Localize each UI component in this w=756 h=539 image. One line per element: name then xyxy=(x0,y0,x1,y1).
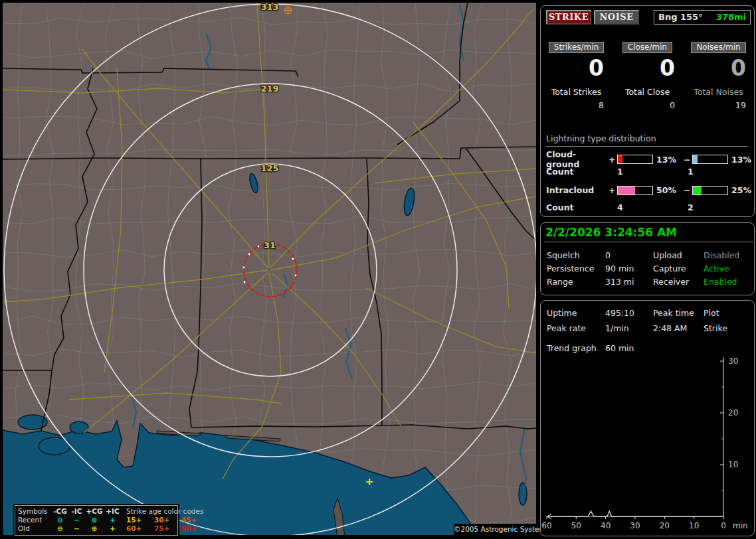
capture-status: Active xyxy=(704,264,748,273)
ic-negative-count: 2 xyxy=(688,202,749,212)
rate-labels-row: Strikes/min Close/min Noises/min xyxy=(541,42,754,53)
intracloud-label: Intracloud xyxy=(546,185,609,195)
strike-symbol-positive-cg[interactable]: ⊕ xyxy=(283,3,292,17)
legend-col-neg-cg: -CG xyxy=(51,507,69,516)
peak-rate-value: 1/min xyxy=(605,323,653,333)
legend-old-label: Old xyxy=(18,524,51,533)
total-strikes-value: 8 xyxy=(541,100,612,110)
ic-negative-bar xyxy=(692,186,728,195)
intracloud-row: Intracloud + 50% − 25% xyxy=(546,185,749,195)
bearing-distance: 378mi xyxy=(716,12,746,22)
bearing-readout: Bng 155° 378mi xyxy=(654,10,751,25)
copyright-text: ©2005 Astrogenic Systems xyxy=(454,524,537,536)
map-legend: Symbols -CG -IC +CG +IC Strike age color… xyxy=(15,505,178,536)
uptime-label: Uptime xyxy=(547,308,605,318)
svg-text:10: 10 xyxy=(728,460,738,469)
status-panel: 2/2/2026 3:24:56 AM Squelch 0 Upload Dis… xyxy=(540,222,755,295)
status-row: Persistence 90 min Capture Active xyxy=(547,264,748,273)
legend-col-neg-ic: -IC xyxy=(69,507,84,516)
uptime-value: 495:10 xyxy=(605,308,653,318)
cg-negative-count: 1 xyxy=(688,167,749,177)
legend-col-pos-ic: +IC xyxy=(104,507,121,516)
upload-label: Upload xyxy=(653,250,704,260)
svg-text:50: 50 xyxy=(571,521,581,530)
svg-text:10: 10 xyxy=(689,521,699,530)
range-value: 313 mi xyxy=(605,277,653,287)
noise-mode-button[interactable]: NOISE xyxy=(594,10,639,25)
peak-time-value: 2:48 AM xyxy=(653,323,704,333)
close-per-min-value: 0 xyxy=(612,56,683,80)
totals-labels-row: Total Strikes Total Close Total Noises xyxy=(541,87,754,97)
trend-graph-chart: 6050403020100min102030 xyxy=(541,301,754,536)
plot-label: Plot xyxy=(704,308,748,318)
strike-symbol-positive-ic[interactable]: + xyxy=(365,476,374,488)
close-per-min-label: Close/min xyxy=(622,42,672,53)
neg-ic-recent-icon: − xyxy=(69,516,84,524)
age-code-15: 15+ xyxy=(126,516,154,524)
peak-time-label: Peak time xyxy=(653,308,704,318)
ic-count-row: Count 4 2 xyxy=(546,202,749,212)
pos-cg-recent-icon: ⊕ xyxy=(84,516,104,524)
receiver-status: Enabled xyxy=(704,277,748,287)
trend-graph-label: Trend graph xyxy=(547,343,605,353)
svg-text:20: 20 xyxy=(660,521,670,530)
persistence-label: Persistence xyxy=(547,264,605,273)
legend-recent-label: Recent xyxy=(18,516,51,524)
svg-text:40: 40 xyxy=(601,521,611,530)
ic-negative-pct: 25% xyxy=(728,185,751,195)
trend-window-value: 60 min xyxy=(605,343,653,353)
upload-status: Disabled xyxy=(704,250,748,260)
plus-sign: + xyxy=(609,185,617,195)
total-noises-label: Total Noises xyxy=(683,87,754,97)
cg-count-row: Count 1 1 xyxy=(546,167,749,177)
strike-mode-button[interactable]: STRIKE xyxy=(546,10,591,25)
status-row: Squelch 0 Upload Disabled xyxy=(547,250,748,260)
lightning-map[interactable]: 313 219 125 31 ⊕ + Symbols -CG -IC +CG +… xyxy=(3,3,536,535)
svg-text:30: 30 xyxy=(630,521,640,530)
receiver-label: Receiver xyxy=(653,277,704,287)
range-label: Range xyxy=(547,277,605,287)
plus-sign: + xyxy=(609,155,617,165)
map-canvas: 313 219 125 31 ⊕ + xyxy=(3,3,536,535)
legend-old-row: Old ⊖ − ⊕ + 60+ 75+ 90+ xyxy=(18,524,175,533)
uptime-row: Uptime 495:10 Peak time Plot xyxy=(547,308,748,318)
cg-positive-pct: 13% xyxy=(653,155,684,165)
total-close-label: Total Close xyxy=(612,87,683,97)
rate-values-row: 0 0 0 xyxy=(541,56,754,80)
minus-sign: − xyxy=(684,185,692,195)
distribution-title: Lightning type distribution xyxy=(546,133,748,147)
peak-rate-row: Peak rate 1/min 2:48 AM Strike xyxy=(547,323,748,333)
legend-header-row: Symbols -CG -IC +CG +IC Strike age color… xyxy=(18,507,175,516)
totals-values-row: 8 0 19 xyxy=(541,100,754,110)
pos-ic-recent-icon: + xyxy=(104,516,121,524)
plot-mode-value: Strike xyxy=(704,323,748,333)
ic-positive-count: 4 xyxy=(617,202,688,212)
legend-symbols-label: Symbols xyxy=(18,507,51,516)
age-code-60: 60+ xyxy=(126,524,154,533)
total-noises-value: 19 xyxy=(683,100,754,110)
bearing-label: Bng 155° xyxy=(658,12,703,22)
app-window: 313 219 125 31 ⊕ + Symbols -CG -IC +CG +… xyxy=(0,0,756,539)
svg-text:min: min xyxy=(733,521,748,530)
total-close-value: 0 xyxy=(612,100,683,110)
total-strikes-label: Total Strikes xyxy=(541,87,612,97)
age-code-45: 45+ xyxy=(181,516,197,524)
strikes-per-min-value: 0 xyxy=(541,56,612,80)
neg-ic-old-icon: − xyxy=(69,524,84,533)
persistence-value: 90 min xyxy=(605,264,653,273)
peak-rate-label: Peak rate xyxy=(547,323,605,333)
squelch-value: 0 xyxy=(605,250,653,260)
legend-recent-row: Recent ⊖ − ⊕ + 15+ 30+ 45+ xyxy=(18,516,175,524)
age-code-30: 30+ xyxy=(154,516,181,524)
count-label: Count xyxy=(546,167,617,177)
ring-label-31: 31 xyxy=(264,240,276,250)
cg-positive-count: 1 xyxy=(617,167,688,177)
date-time-display: 2/2/2026 3:24:56 AM xyxy=(544,226,753,242)
capture-label: Capture xyxy=(653,264,704,273)
ring-label-125: 125 xyxy=(260,163,278,173)
neg-cg-recent-icon: ⊖ xyxy=(51,516,69,524)
neg-cg-old-icon: ⊖ xyxy=(51,524,69,533)
age-code-90: 90+ xyxy=(181,524,197,533)
ring-label-219: 219 xyxy=(260,84,278,94)
svg-text:0: 0 xyxy=(721,521,726,530)
